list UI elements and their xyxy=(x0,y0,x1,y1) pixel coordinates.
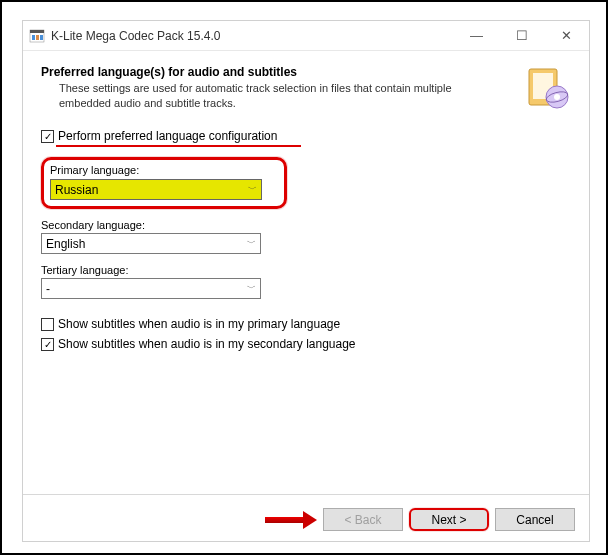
secondary-language-group: Secondary language: English ﹀ xyxy=(41,219,571,254)
svg-rect-3 xyxy=(36,35,39,40)
perform-config-checkbox[interactable] xyxy=(41,130,54,143)
show-sub-primary-label: Show subtitles when audio is in my prima… xyxy=(58,317,340,331)
maximize-button[interactable]: ☐ xyxy=(499,21,544,50)
page-heading: Preferred language(s) for audio and subt… xyxy=(41,65,515,79)
window-controls: — ☐ ✕ xyxy=(454,21,589,50)
titlebar: K-Lite Mega Codec Pack 15.4.0 — ☐ ✕ xyxy=(23,21,589,51)
tertiary-language-group: Tertiary language: - ﹀ xyxy=(41,264,571,299)
tertiary-language-label: Tertiary language: xyxy=(41,264,571,276)
perform-config-row[interactable]: Perform preferred language configuration xyxy=(41,129,571,143)
window-title: K-Lite Mega Codec Pack 15.4.0 xyxy=(51,29,454,43)
annotation-underline xyxy=(56,145,301,147)
show-sub-primary-checkbox[interactable] xyxy=(41,318,54,331)
close-button[interactable]: ✕ xyxy=(544,21,589,50)
svg-rect-1 xyxy=(30,30,44,33)
primary-language-group-highlight: Primary language: Russian ﹀ xyxy=(41,157,287,209)
next-button[interactable]: Next > xyxy=(409,508,489,531)
minimize-button[interactable]: — xyxy=(454,21,499,50)
secondary-language-label: Secondary language: xyxy=(41,219,571,231)
show-sub-primary-row[interactable]: Show subtitles when audio is in my prima… xyxy=(41,317,571,331)
show-sub-secondary-checkbox[interactable] xyxy=(41,338,54,351)
back-button: < Back xyxy=(323,508,403,531)
primary-language-label: Primary language: xyxy=(50,164,278,176)
secondary-language-value: English xyxy=(46,237,85,251)
package-icon xyxy=(523,65,571,113)
tertiary-language-select[interactable]: - ﹀ xyxy=(41,278,261,299)
svg-point-8 xyxy=(554,94,560,100)
chevron-down-icon: ﹀ xyxy=(247,237,256,250)
svg-rect-4 xyxy=(40,35,43,40)
svg-rect-2 xyxy=(32,35,35,40)
tertiary-language-value: - xyxy=(46,282,50,296)
secondary-language-select[interactable]: English ﹀ xyxy=(41,233,261,254)
footer-divider xyxy=(23,494,589,495)
chevron-down-icon: ﹀ xyxy=(247,282,256,295)
installer-window: K-Lite Mega Codec Pack 15.4.0 — ☐ ✕ Pref… xyxy=(22,20,590,542)
perform-config-label: Perform preferred language configuration xyxy=(58,129,277,143)
primary-language-select[interactable]: Russian ﹀ xyxy=(50,179,262,200)
show-sub-secondary-row[interactable]: Show subtitles when audio is in my secon… xyxy=(41,337,571,351)
footer-buttons: < Back Next > Cancel xyxy=(265,508,575,531)
primary-language-value: Russian xyxy=(55,183,98,197)
chevron-down-icon: ﹀ xyxy=(248,183,257,196)
show-sub-secondary-label: Show subtitles when audio is in my secon… xyxy=(58,337,356,351)
cancel-button[interactable]: Cancel xyxy=(495,508,575,531)
annotation-arrow-icon xyxy=(265,511,317,529)
content-area: Preferred language(s) for audio and subt… xyxy=(23,51,589,351)
page-subtext: These settings are used for automatic tr… xyxy=(41,81,515,111)
app-icon xyxy=(29,28,45,44)
